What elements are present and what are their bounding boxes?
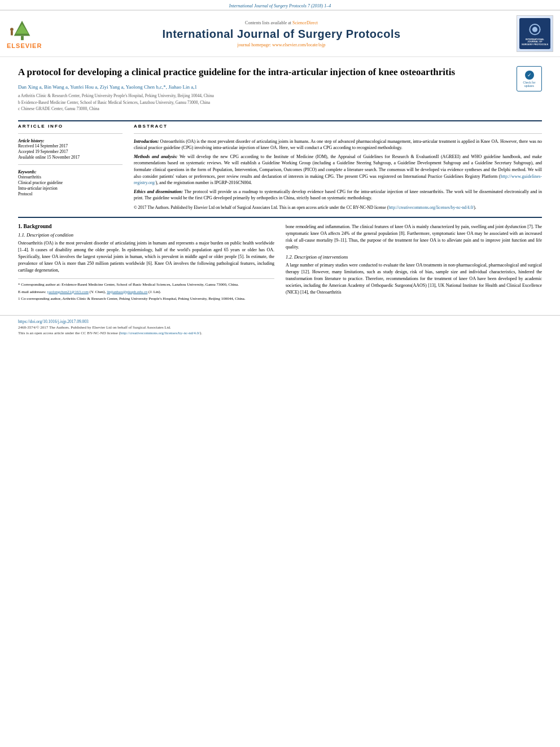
subsection1-1-text: Osteoarthritis (OA) is the most prevalen… <box>18 240 274 274</box>
article-history: Article history: Received 14 September 2… <box>18 138 123 160</box>
affiliation-a: a Arthritis Clinic & Research Center, Pe… <box>18 93 510 99</box>
authors-line: Dan Xing a, Bin Wang a, Yunfei Hou a, Zi… <box>18 84 510 90</box>
methods-title: Methods and analysis: <box>134 154 177 159</box>
right-col-text1: bone remodeling and inflammation. The cl… <box>286 224 542 251</box>
check-icon: ✓ <box>525 71 534 80</box>
accepted-date: Accepted 19 September 2017 <box>18 149 123 154</box>
article-info-col: ARTICLE INFO Article history: Received 1… <box>18 124 123 211</box>
history-label: Article history: <box>18 138 123 143</box>
cc-license-link[interactable]: http://creativecommons.org/licenses/by-n… <box>388 205 474 210</box>
abstract-col: ABSTRACT Introduction: Osteoarthritis (O… <box>134 124 542 211</box>
keyword-3: Intra-articular injection <box>18 186 123 191</box>
section1-title: 1. Background <box>18 224 274 229</box>
info-divider <box>18 133 123 134</box>
svg-rect-4 <box>11 30 13 35</box>
footnotes: * Corresponding author at: Evidence-Base… <box>18 278 274 302</box>
check-updates-label: Check for updates <box>519 81 540 88</box>
available-date: Available online 15 November 2017 <box>18 155 123 160</box>
elsevier-wordmark: ELSEVIER <box>7 42 42 49</box>
body-divider <box>18 217 542 218</box>
article-title-section: A protocol for developing a clinical pra… <box>18 66 542 115</box>
abstract-label: ABSTRACT <box>134 124 542 129</box>
bottom-bar: https://doi.org/10.1016/j.isjp.2017.09.0… <box>0 315 560 340</box>
affiliation-b: b Evidence-Based Medicine Center, School… <box>18 100 510 106</box>
keywords-label: Keywords: <box>18 169 123 174</box>
doi-anchor[interactable]: https://doi.org/10.1016/j.isjp.2017.09.0… <box>18 319 89 324</box>
keywords-section: Keywords: Osteoarthritis Clinical practi… <box>18 169 123 196</box>
keywords-divider <box>18 164 123 165</box>
subsection1-1-title: 1.1. Description of condition <box>18 232 274 238</box>
svg-point-7 <box>532 27 537 32</box>
affiliation-c: c Chinese GRADE Center, Gansu 73000, Chi… <box>18 106 510 112</box>
abstract-divider <box>134 133 542 134</box>
main-content: A protocol for developing a clinical pra… <box>0 57 560 311</box>
abstract-methods: Methods and analysis: We will develop th… <box>134 154 542 186</box>
journal-homepage: journal homepage: www.elsevier.com/locat… <box>238 42 326 47</box>
footnote-1: 1 Co-corresponding author, Arthritis Cli… <box>18 296 274 302</box>
journal-logo-box: INTERNATIONAL JOURNAL OF SURGERY PROTOCO… <box>517 15 553 52</box>
elsevier-logo: ELSEVIER <box>7 19 46 49</box>
email1-link[interactable]: yaolongchen21@163.com <box>47 290 89 294</box>
sciencedirect-link[interactable]: ScienceDirect <box>292 20 318 25</box>
abstract-content: Introduction: Osteoarthritis (OA) is the… <box>134 138 542 211</box>
footnote-email: E-mail addresses: yaolongchen21@163.com … <box>18 290 274 295</box>
keyword-4: Protocol <box>18 191 123 196</box>
body-right: bone remodeling and inflammation. The cl… <box>286 224 542 304</box>
article-info-label: ARTICLE INFO <box>18 124 123 129</box>
check-mark: ✓ <box>527 72 532 78</box>
ethics-title: Ethics and dissemination: <box>134 189 183 194</box>
journal-logo-right: INTERNATIONAL JOURNAL OF SURGERY PROTOCO… <box>517 15 553 52</box>
check-updates-box: ✓ Check for updates <box>517 66 542 91</box>
abstract-ethics: Ethics and dissemination: The protocol w… <box>134 189 542 202</box>
svg-rect-0 <box>21 36 24 40</box>
intro-title: Introduction: <box>134 139 159 144</box>
affiliations: a Arthritis Clinic & Research Center, Pe… <box>18 93 510 112</box>
header-center: Contents lists available at ScienceDirec… <box>52 20 511 47</box>
thick-divider <box>18 120 542 121</box>
two-col-layout: ARTICLE INFO Article history: Received 1… <box>18 124 542 211</box>
received-date: Received 14 September 2017 <box>18 143 123 148</box>
journal-citation: International Journal of Surgery Protoco… <box>229 3 331 8</box>
article-title: A protocol for developing a clinical pra… <box>18 66 510 78</box>
abstract-intro: Introduction: Osteoarthritis (OA) is the… <box>134 138 542 151</box>
body-two-col: 1. Background 1.1. Description of condit… <box>18 224 542 304</box>
subsection1-2-text: A large number of primary studies were c… <box>286 262 542 296</box>
svg-point-3 <box>10 28 14 31</box>
bottom-copyright: 2468-3574/© 2017 The Authors. Published … <box>18 325 542 337</box>
sciencedirect-line: Contents lists available at ScienceDirec… <box>52 20 511 25</box>
intro-text: Osteoarthritis (OA) is the most prevalen… <box>134 139 542 151</box>
keyword-1: Osteoarthritis <box>18 174 123 180</box>
svg-marker-2 <box>16 24 29 33</box>
subsection1-2-title: 1.2. Description of interventions <box>286 254 542 260</box>
keyword-2: Clinical practice guideline <box>18 180 123 185</box>
body-content: 1. Background 1.1. Description of condit… <box>18 224 542 304</box>
body-left: 1. Background 1.1. Description of condit… <box>18 224 274 304</box>
email2-link[interactable]: linjianhao@pkuph.edu.cn <box>107 290 147 294</box>
abstract-copyright: © 2017 The Authors. Published by Elsevie… <box>134 205 542 211</box>
bottom-cc-link[interactable]: http://creativecommons.org/licenses/by-n… <box>120 331 200 335</box>
page-container: International Journal of Surgery Protoco… <box>0 0 560 340</box>
journal-header: ELSEVIER Contents lists available at Sci… <box>0 10 560 57</box>
registry-link[interactable]: http://www.guidelines-registry.org/ <box>134 174 542 186</box>
article-title-text: A protocol for developing a clinical pra… <box>18 66 510 115</box>
doi-link: https://doi.org/10.1016/j.isjp.2017.09.0… <box>18 319 542 324</box>
ethics-text: The protocol will provide us a roadmap t… <box>134 189 542 201</box>
journal-title-header: International Journal of Surgery Protoco… <box>52 28 511 41</box>
methods-text: We will develop the new CPG according to… <box>134 154 542 185</box>
svg-text:SURGERY PROTOCOLS: SURGERY PROTOCOLS <box>522 43 548 46</box>
check-updates-badge: ✓ Check for updates <box>517 66 542 115</box>
top-journal-line: International Journal of Surgery Protoco… <box>0 0 560 10</box>
journal-homepage-line: journal homepage: www.elsevier.com/locat… <box>52 42 511 47</box>
footnote-corresponding: * Corresponding author at: Evidence-Base… <box>18 282 274 288</box>
